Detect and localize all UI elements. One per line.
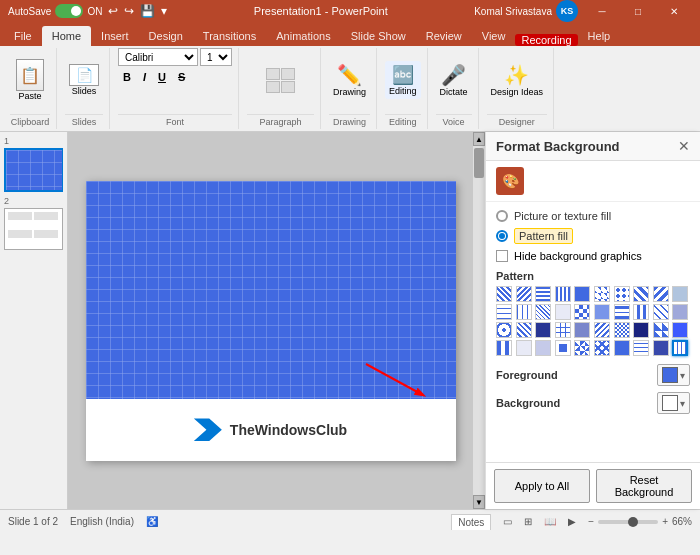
- pattern-13[interactable]: [535, 304, 551, 320]
- pattern-19[interactable]: [653, 304, 669, 320]
- tab-home[interactable]: Home: [42, 26, 91, 46]
- zoom-thumb[interactable]: [628, 517, 638, 527]
- pattern-12[interactable]: [516, 304, 532, 320]
- undo-icon[interactable]: ↩: [108, 4, 118, 18]
- pattern-27[interactable]: [614, 322, 630, 338]
- scroll-up-button[interactable]: ▲: [473, 132, 485, 146]
- radio-pattern[interactable]: [496, 230, 508, 242]
- slide-1[interactable]: 1: [4, 136, 63, 192]
- pattern-38[interactable]: [633, 340, 649, 356]
- zoom-in-icon[interactable]: +: [662, 516, 668, 527]
- design-ideas-button[interactable]: ✨ Design Ideas: [487, 60, 548, 100]
- tab-review[interactable]: Review: [416, 26, 472, 46]
- slide-thumb-1[interactable]: [4, 148, 63, 192]
- pattern-5[interactable]: [574, 286, 590, 302]
- pattern-22[interactable]: [516, 322, 532, 338]
- slide-2[interactable]: 2: [4, 196, 63, 250]
- strikethrough-button[interactable]: S: [173, 68, 190, 86]
- notes-tab[interactable]: Notes: [451, 514, 491, 530]
- panel-close-button[interactable]: ✕: [678, 138, 690, 154]
- pattern-14[interactable]: [555, 304, 571, 320]
- pattern-4[interactable]: [555, 286, 571, 302]
- pattern-17[interactable]: [614, 304, 630, 320]
- tab-file[interactable]: File: [4, 26, 42, 46]
- font-size-select[interactable]: 18: [200, 48, 232, 66]
- autosave-toggle[interactable]: [55, 4, 83, 18]
- pattern-32[interactable]: [516, 340, 532, 356]
- pattern-31[interactable]: [496, 340, 512, 356]
- paste-button[interactable]: 📋 Paste: [10, 55, 50, 105]
- pattern-16[interactable]: [594, 304, 610, 320]
- pattern-9[interactable]: [653, 286, 669, 302]
- tab-design[interactable]: Design: [139, 26, 193, 46]
- restore-button[interactable]: □: [620, 0, 656, 22]
- pattern-1[interactable]: [496, 286, 512, 302]
- tab-insert[interactable]: Insert: [91, 26, 139, 46]
- pattern-3[interactable]: [535, 286, 551, 302]
- redo-icon[interactable]: ↪: [124, 4, 134, 18]
- reset-background-button[interactable]: Reset Background: [596, 469, 692, 503]
- pattern-35[interactable]: [574, 340, 590, 356]
- radio-picture[interactable]: [496, 210, 508, 222]
- pattern-10[interactable]: [672, 286, 688, 302]
- hide-bg-checkbox[interactable]: [496, 250, 508, 262]
- pattern-11[interactable]: [496, 304, 512, 320]
- underline-button[interactable]: U: [153, 68, 171, 86]
- pattern-29[interactable]: [653, 322, 669, 338]
- tab-view[interactable]: View: [472, 26, 516, 46]
- slide-thumb-2[interactable]: [4, 208, 63, 250]
- align-right-icon[interactable]: [266, 81, 280, 93]
- tab-transitions[interactable]: Transitions: [193, 26, 266, 46]
- zoom-out-icon[interactable]: −: [588, 516, 594, 527]
- align-center-icon[interactable]: [281, 68, 295, 80]
- pattern-2[interactable]: [516, 286, 532, 302]
- pattern-36[interactable]: [594, 340, 610, 356]
- canvas-area[interactable]: TheWindowsClub: [68, 132, 473, 509]
- pattern-20[interactable]: [672, 304, 688, 320]
- pattern-7[interactable]: [614, 286, 630, 302]
- pattern-21[interactable]: [496, 322, 512, 338]
- foreground-dropdown-arrow[interactable]: ▾: [680, 370, 685, 381]
- close-button[interactable]: ✕: [656, 0, 692, 22]
- slide-sorter-button[interactable]: ⊞: [520, 515, 536, 528]
- font-family-select[interactable]: Calibri: [118, 48, 198, 66]
- background-color-picker[interactable]: ▾: [657, 392, 690, 414]
- background-dropdown-arrow[interactable]: ▾: [680, 398, 685, 409]
- reading-view-button[interactable]: 📖: [540, 515, 560, 528]
- pattern-26[interactable]: [594, 322, 610, 338]
- align-left-icon[interactable]: [266, 68, 280, 80]
- vertical-scrollbar[interactable]: ▲ ▼: [473, 132, 485, 509]
- scroll-thumb[interactable]: [474, 148, 484, 178]
- pattern-23[interactable]: [535, 322, 551, 338]
- pattern-37[interactable]: [614, 340, 630, 356]
- scroll-down-button[interactable]: ▼: [473, 495, 485, 509]
- drawing-button[interactable]: ✏️ Drawing: [329, 60, 370, 100]
- tab-recording[interactable]: Recording: [515, 34, 577, 46]
- apply-all-button[interactable]: Apply to All: [494, 469, 590, 503]
- minimize-button[interactable]: ─: [584, 0, 620, 22]
- pattern-39[interactable]: [653, 340, 669, 356]
- pattern-24[interactable]: [555, 322, 571, 338]
- tab-help[interactable]: Help: [578, 26, 621, 46]
- pattern-25[interactable]: [574, 322, 590, 338]
- editing-button[interactable]: 🔤 Editing: [385, 61, 421, 99]
- pattern-33[interactable]: [535, 340, 551, 356]
- tab-animations[interactable]: Animations: [266, 26, 340, 46]
- slides-button[interactable]: 📄 Slides: [65, 61, 103, 99]
- pattern-18[interactable]: [633, 304, 649, 320]
- dictate-button[interactable]: 🎤 Dictate: [436, 60, 472, 100]
- foreground-color-picker[interactable]: ▾: [657, 364, 690, 386]
- align-justify-icon[interactable]: [281, 81, 295, 93]
- pattern-15[interactable]: [574, 304, 590, 320]
- italic-button[interactable]: I: [138, 68, 151, 86]
- pattern-40-selected[interactable]: [672, 340, 688, 356]
- pattern-8[interactable]: [633, 286, 649, 302]
- normal-view-button[interactable]: ▭: [499, 515, 516, 528]
- slideshow-button[interactable]: ▶: [564, 515, 580, 528]
- pattern-6[interactable]: [594, 286, 610, 302]
- pattern-30[interactable]: [672, 322, 688, 338]
- bold-button[interactable]: B: [118, 68, 136, 86]
- pattern-28[interactable]: [633, 322, 649, 338]
- pattern-34[interactable]: [555, 340, 571, 356]
- tab-slideshow[interactable]: Slide Show: [341, 26, 416, 46]
